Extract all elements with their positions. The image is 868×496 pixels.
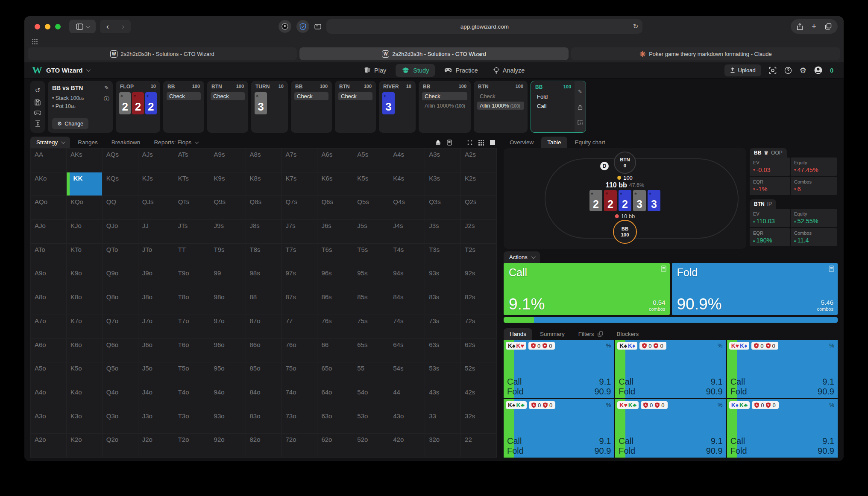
matrix-cell-K5s[interactable]: K5s [353, 172, 389, 196]
close-window-button[interactable] [35, 24, 40, 29]
change-spot-button[interactable]: ⚙ Change [52, 118, 88, 129]
matrix-cell-73s[interactable]: 73s [425, 315, 460, 338]
matrix-cell-66[interactable]: 66 [317, 339, 353, 362]
hands-tab-hands[interactable]: Hands [504, 328, 532, 340]
matrix-cell-Q3s[interactable]: Q3s [425, 196, 460, 219]
matrix-cell-Q7s[interactable]: Q7s [282, 196, 317, 219]
actions-dropdown[interactable]: Actions [504, 251, 540, 263]
matrix-cell-J5o[interactable]: J5o [138, 362, 174, 386]
hand-tile-KhKc[interactable]: K♥K♣00%Call9.1Fold90.9 [615, 399, 726, 458]
matrix-cell-83o[interactable]: 83o [246, 410, 282, 434]
grid-view-icon[interactable] [478, 140, 484, 146]
matrix-cell-K8s[interactable]: K8s [246, 172, 282, 196]
action-check[interactable]: Check [422, 92, 467, 100]
matrix-cell-85o[interactable]: 85o [246, 362, 282, 386]
sidebar-toggle-button[interactable] [69, 20, 96, 33]
matrix-cell-54s[interactable]: 54s [389, 362, 425, 386]
matrix-cell-76s[interactable]: 76s [317, 315, 353, 338]
matrix-cell-T8s[interactable]: T8s [246, 244, 282, 267]
forward-button[interactable]: › [115, 22, 131, 31]
matrix-cell-A9o[interactable]: A9o [31, 267, 66, 291]
matrix-cell-AJs[interactable]: AJs [138, 149, 174, 172]
matrix-cell-Q6o[interactable]: Q6o [103, 339, 138, 362]
address-bar[interactable]: app.gtowizard.com ↻ [326, 19, 642, 34]
matrix-cell-K9o[interactable]: K9o [67, 267, 102, 291]
reload-icon[interactable]: ↻ [633, 23, 639, 30]
matrix-cell-AKo[interactable]: AKo [31, 172, 66, 196]
tab-group-grid-icon[interactable] [32, 39, 38, 44]
matrix-cell-A4s[interactable]: A4s [389, 149, 425, 172]
matrix-cell-Q4s[interactable]: Q4s [389, 196, 425, 219]
matrix-cell-J6o[interactable]: J6o [138, 339, 174, 362]
matrix-cell-QJs[interactable]: QJs [138, 196, 174, 219]
solid-square-icon[interactable] [490, 140, 495, 145]
hand-tile-KdKc[interactable]: K♦K♣00%Call9.1Fold90.9 [727, 399, 838, 458]
matrix-cell-K5o[interactable]: K5o [67, 362, 102, 386]
matrix-cell-53o[interactable]: 53o [353, 410, 389, 434]
share-icon[interactable] [797, 23, 803, 30]
hands-tab-summary[interactable]: Summary [534, 328, 571, 340]
action-check[interactable]: Check [294, 92, 328, 100]
info-icon[interactable]: ⓘ [104, 95, 109, 103]
matrix-cell-63o[interactable]: 63o [317, 410, 353, 434]
matrix-cell-73o[interactable]: 73o [282, 410, 317, 434]
matrix-cell-QQ[interactable]: QQ [103, 196, 138, 219]
matrix-cell-Q2o[interactable]: Q2o [103, 434, 138, 457]
tree-node-2[interactable]: BTN100Check [207, 81, 248, 133]
nav-item-study[interactable]: Study [396, 64, 435, 77]
matrix-cell-A6s[interactable]: A6s [317, 149, 353, 172]
matrix-cell-T5s[interactable]: T5s [353, 244, 389, 267]
matrix-cell-92s[interactable]: 92s [461, 267, 496, 291]
matrix-cell-Q6s[interactable]: Q6s [317, 196, 353, 219]
matrix-cell-KK[interactable]: KK [67, 172, 102, 196]
matrix-cell-J8s[interactable]: J8s [246, 220, 282, 243]
analysis-tab-table[interactable]: Table [541, 137, 567, 148]
action-check[interactable]: Check [211, 92, 245, 100]
matrix-cell-T2s[interactable]: T2s [461, 244, 496, 267]
matrix-cell-64o[interactable]: 64o [317, 386, 353, 410]
practice-gamepad-icon[interactable] [34, 111, 41, 115]
action-fold[interactable]: Fold [534, 93, 572, 101]
matrix-cell-93s[interactable]: 93s [425, 267, 460, 291]
matrix-cell-A3s[interactable]: A3s [425, 149, 460, 172]
matrix-cell-J7s[interactable]: J7s [282, 220, 317, 243]
matrix-cell-AQs[interactable]: AQs [103, 149, 138, 172]
matrix-cell-64s[interactable]: 64s [389, 339, 425, 362]
matrix-cell-T9o[interactable]: T9o [174, 267, 210, 291]
matrix-cell-QJo[interactable]: QJo [103, 220, 138, 243]
matrix-cell-A5s[interactable]: A5s [353, 149, 389, 172]
capture-icon[interactable] [769, 67, 777, 74]
matrix-cell-55[interactable]: 55 [353, 362, 389, 386]
tree-node-8[interactable]: BTN100CheckAllin 1000% (100) [474, 81, 528, 133]
tree-node-1[interactable]: BB100Check [163, 81, 204, 133]
tree-node-7[interactable]: BB100CheckAllin 1000% (100) [419, 81, 471, 133]
matrix-cell-A7s[interactable]: A7s [282, 149, 317, 172]
matrix-cell-Q2s[interactable]: Q2s [461, 196, 496, 219]
matrix-cell-A8o[interactable]: A8o [31, 291, 66, 315]
action-allin-1000-[interactable]: Allin 1000% (100) [422, 102, 467, 110]
matrix-cell-JJ[interactable]: JJ [138, 220, 174, 243]
help-icon[interactable] [784, 67, 792, 74]
coin-balance[interactable]: 0 [830, 67, 833, 74]
matrix-cell-32o[interactable]: 32o [425, 434, 460, 457]
action-allin-1000-[interactable]: Allin 1000% (100) [477, 102, 524, 110]
matrix-cell-94s[interactable]: 94s [389, 267, 425, 291]
matrix-cell-A6o[interactable]: A6o [31, 339, 66, 362]
matrix-cell-95o[interactable]: 95o [210, 362, 246, 386]
matrix-cell-T7o[interactable]: T7o [174, 315, 210, 338]
matrix-cell-77[interactable]: 77 [282, 315, 317, 338]
matrix-cell-KQs[interactable]: KQs [103, 172, 138, 196]
matrix-cell-Q8o[interactable]: Q8o [103, 291, 138, 315]
hands-tab-filters[interactable]: Filters [572, 328, 609, 340]
matrix-cell-63s[interactable]: 63s [425, 339, 460, 362]
matrix-cell-AQo[interactable]: AQo [31, 196, 66, 219]
seat-marker-icon[interactable] [435, 140, 441, 146]
nav-item-practice[interactable]: Practice [438, 64, 484, 77]
matrix-cell-87o[interactable]: 87o [246, 315, 282, 338]
action-check[interactable]: Check [477, 92, 524, 100]
matrix-cell-K7s[interactable]: K7s [282, 172, 317, 196]
matrix-cell-33[interactable]: 33 [425, 410, 460, 434]
matrix-cell-82o[interactable]: 82o [246, 434, 282, 457]
browser-tab-1[interactable]: W2s2h2d3s3h - Solutions - GTO Wizard [299, 47, 569, 60]
matrix-cell-K7o[interactable]: K7o [67, 315, 102, 338]
